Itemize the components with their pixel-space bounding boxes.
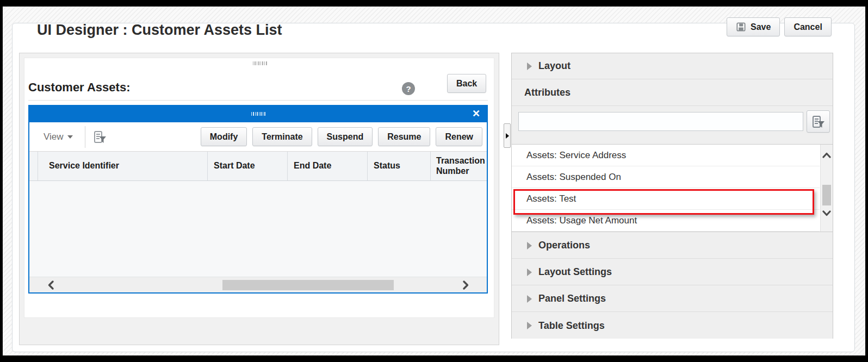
attributes-search-input[interactable] bbox=[518, 112, 803, 131]
chevron-up-icon[interactable] bbox=[822, 151, 832, 159]
fragment-heading: Customer Assets: bbox=[28, 80, 130, 95]
cancel-button[interactable]: Cancel bbox=[784, 17, 831, 36]
list-item-suspended-on[interactable]: Assets: Suspended On bbox=[512, 166, 820, 188]
back-button[interactable]: Back bbox=[447, 74, 486, 93]
collapsed-arrow-icon bbox=[527, 242, 532, 249]
section-layout[interactable]: Layout bbox=[512, 53, 833, 79]
chevron-down-icon[interactable] bbox=[822, 210, 832, 217]
section-attributes-label: Attributes bbox=[524, 87, 571, 98]
assets-table-panel: ✕ View Modify bbox=[28, 105, 488, 294]
list-item-service-address[interactable]: Assets: Service Address bbox=[512, 145, 820, 166]
horizontal-scrollbar[interactable] bbox=[29, 277, 487, 292]
section-attributes: Attributes bbox=[512, 80, 833, 106]
chevron-right-icon[interactable] bbox=[461, 280, 470, 290]
attributes-list: Assets: Service Address Assets: Suspende… bbox=[512, 144, 833, 232]
attributes-filter-icon bbox=[811, 115, 826, 129]
page-title: UI Designer : Customer Assets List bbox=[37, 22, 282, 39]
suspend-button-label: Suspend bbox=[327, 132, 364, 142]
row-selector-column-header bbox=[29, 152, 38, 180]
column-header-start-date[interactable]: Start Date bbox=[208, 152, 288, 180]
table-drag-handle-icon[interactable] bbox=[251, 112, 265, 116]
save-button-label: Save bbox=[751, 22, 771, 32]
view-menu-button[interactable]: View bbox=[44, 132, 73, 142]
table-filter-icon bbox=[93, 130, 107, 144]
chevron-down-icon bbox=[67, 135, 73, 139]
section-table-settings[interactable]: Table Settings bbox=[512, 313, 833, 339]
section-layout-label: Layout bbox=[538, 60, 571, 72]
table-body-empty bbox=[29, 181, 487, 277]
attributes-filter-button[interactable] bbox=[807, 110, 830, 133]
table-header-row: Service Identifier Start Date End Date S… bbox=[29, 152, 487, 181]
heading-divider bbox=[28, 100, 488, 101]
column-header-service-identifier[interactable]: Service Identifier bbox=[38, 152, 208, 180]
section-layout-settings-label: Layout Settings bbox=[538, 266, 612, 278]
table-panel-titlebar[interactable]: ✕ bbox=[29, 106, 487, 122]
collapsed-arrow-icon bbox=[527, 269, 532, 276]
modify-button[interactable]: Modify bbox=[201, 127, 247, 146]
section-table-settings-label: Table Settings bbox=[538, 320, 605, 332]
save-icon bbox=[736, 22, 746, 32]
resume-button-label: Resume bbox=[387, 132, 421, 142]
attributes-search-row bbox=[512, 107, 833, 144]
section-layout-settings[interactable]: Layout Settings bbox=[512, 259, 833, 285]
help-icon[interactable]: ? bbox=[402, 82, 415, 95]
back-button-label: Back bbox=[456, 79, 477, 89]
list-item-usage-net-amount[interactable]: Assets: Usage Net Amount bbox=[512, 210, 820, 232]
section-panel-settings-label: Panel Settings bbox=[538, 293, 606, 304]
terminate-button[interactable]: Terminate bbox=[252, 127, 312, 146]
column-header-status[interactable]: Status bbox=[368, 152, 431, 180]
collapsed-arrow-icon bbox=[527, 295, 532, 303]
save-button[interactable]: Save bbox=[727, 17, 780, 36]
section-operations[interactable]: Operations bbox=[512, 233, 833, 259]
horizontal-scrollbar-thumb[interactable] bbox=[222, 280, 394, 290]
cancel-button-label: Cancel bbox=[793, 22, 822, 32]
renew-button[interactable]: Renew bbox=[436, 127, 482, 146]
view-menu-label: View bbox=[44, 132, 64, 142]
fragment-drag-handle-icon[interactable] bbox=[253, 61, 267, 65]
terminate-button-label: Terminate bbox=[262, 132, 302, 142]
column-header-end-date[interactable]: End Date bbox=[288, 152, 368, 180]
section-operations-label: Operations bbox=[538, 240, 590, 251]
modify-button-label: Modify bbox=[210, 132, 238, 142]
panel-splitter-handle[interactable] bbox=[504, 123, 511, 148]
splitter-arrow-icon bbox=[506, 133, 509, 139]
table-action-buttons: Modify Terminate Suspend Resume Renew bbox=[201, 127, 482, 146]
vertical-scrollbar-thumb[interactable] bbox=[822, 185, 831, 205]
ui-designer-window: UI Designer : Customer Assets List Save … bbox=[0, 0, 868, 362]
renew-button-label: Renew bbox=[445, 132, 473, 142]
collapsed-arrow-icon bbox=[527, 322, 532, 329]
property-inspector: Layout Attributes Assets: Serv bbox=[511, 53, 833, 339]
toolbar-divider bbox=[85, 126, 85, 148]
close-icon[interactable]: ✕ bbox=[472, 108, 480, 120]
collapsed-arrow-icon bbox=[527, 63, 532, 70]
table-toolbar: View Modify Terminate Suspe bbox=[29, 122, 487, 152]
suspend-button[interactable]: Suspend bbox=[318, 127, 373, 146]
section-panel-settings[interactable]: Panel Settings bbox=[512, 286, 833, 312]
query-by-example-button[interactable] bbox=[93, 130, 107, 144]
resume-button[interactable]: Resume bbox=[378, 127, 430, 146]
top-action-bar: Save Cancel bbox=[727, 17, 832, 36]
column-header-transaction-number[interactable]: Transaction Number bbox=[431, 152, 487, 180]
chevron-left-icon[interactable] bbox=[46, 280, 56, 290]
vertical-scrollbar[interactable] bbox=[820, 145, 833, 232]
list-item-test[interactable]: Assets: Test bbox=[512, 188, 820, 210]
